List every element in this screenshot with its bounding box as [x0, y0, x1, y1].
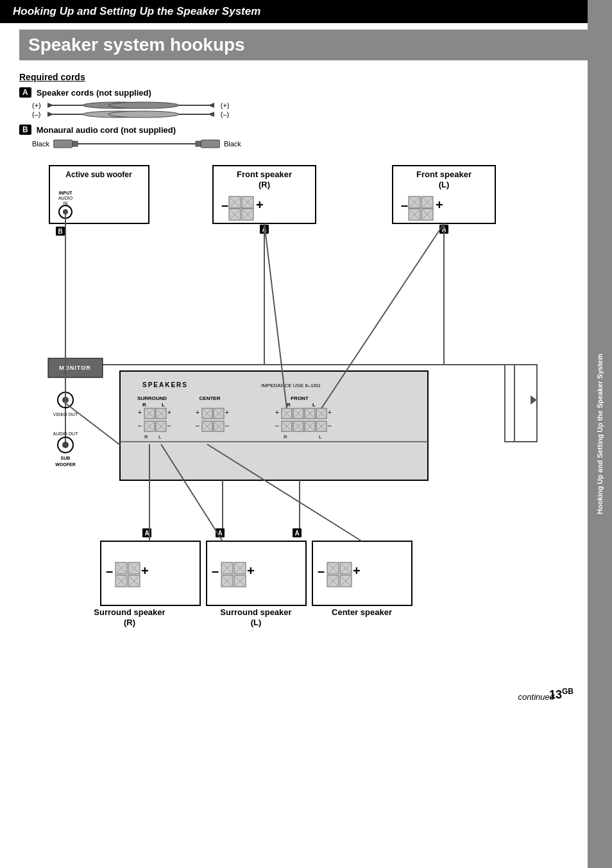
svg-marker-4: [208, 103, 214, 108]
continued-text: continued: [19, 692, 554, 702]
svg-marker-68: [531, 395, 537, 404]
cord-b-black-right: Black: [224, 140, 241, 148]
cord-a-minus-left: (–): [32, 110, 41, 118]
svg-text:(L): (L): [251, 618, 262, 627]
svg-text:+: +: [247, 564, 255, 578]
required-cords-label: Required cords: [19, 72, 85, 82]
svg-marker-3: [47, 103, 54, 108]
svg-text:–: –: [212, 564, 219, 578]
svg-text:SUB: SUB: [61, 456, 71, 460]
svg-rect-12: [72, 141, 78, 146]
cord-a-description: Speaker cords (not supplied): [37, 88, 151, 98]
svg-text:IN: IN: [64, 201, 68, 205]
cord-a-wire-svg: [47, 100, 214, 119]
svg-rect-14: [196, 141, 201, 146]
svg-text:–: –: [328, 422, 332, 429]
chapter-header: Hooking Up and Setting Up the Speaker Sy…: [0, 0, 612, 23]
cord-b-diagram: Black Black: [32, 137, 593, 150]
svg-point-77: [62, 442, 69, 448]
svg-text:SURROUND: SURROUND: [137, 395, 167, 401]
cord-b-label: B Monaural audio cord (not supplied): [19, 125, 593, 135]
svg-text:VIDEO OUT: VIDEO OUT: [53, 412, 78, 417]
cord-b-badge: B: [19, 125, 31, 135]
cord-a-plus-right: (+): [221, 101, 230, 109]
svg-point-7: [108, 111, 179, 117]
svg-text:AUDIO: AUDIO: [58, 196, 73, 200]
svg-text:WOOFER: WOOFER: [55, 462, 76, 467]
svg-text:AUDIO OUT: AUDIO OUT: [53, 431, 79, 436]
svg-text:+: +: [196, 409, 200, 416]
svg-text:Surround speaker: Surround speaker: [94, 607, 165, 617]
cord-b-description: Monaural audio cord (not supplied): [37, 125, 176, 135]
svg-text:–: –: [401, 198, 408, 212]
svg-text:L: L: [312, 402, 316, 408]
svg-text:–: –: [167, 422, 171, 429]
svg-marker-8: [47, 112, 54, 117]
svg-line-219: [65, 403, 120, 445]
svg-text:+: +: [141, 564, 149, 578]
cord-b-black-left: Black: [32, 140, 49, 148]
header-title: Hooking Up and Setting Up the Speaker Sy…: [13, 5, 260, 17]
cord-a-label: A Speaker cords (not supplied): [19, 87, 593, 98]
svg-text:+: +: [275, 409, 279, 416]
svg-text:+: +: [256, 198, 264, 212]
cord-a-minus-right: (–): [221, 110, 230, 118]
svg-marker-9: [208, 112, 214, 117]
page-number-value: 13: [549, 688, 562, 701]
cord-a-diagram: (+) (–): [32, 100, 593, 119]
svg-text:Surround speaker: Surround speaker: [220, 607, 291, 617]
wiring-diagram: Active sub woofer INPUT AUDIO IN B Front…: [30, 159, 582, 686]
svg-text:Center speaker: Center speaker: [332, 607, 392, 617]
svg-point-2: [108, 102, 179, 108]
svg-text:–: –: [275, 422, 279, 429]
svg-text:L: L: [319, 434, 322, 440]
cord-a-plus-left: (+): [32, 101, 41, 109]
svg-text:+: +: [436, 198, 443, 212]
cord-a-badge: A: [19, 87, 31, 98]
svg-text:A: A: [144, 530, 149, 537]
cord-b-wire-svg: [53, 137, 220, 150]
required-cords-section: Required cords A Speaker cords (not supp…: [19, 72, 593, 150]
svg-text:Front speaker: Front speaker: [237, 169, 292, 179]
svg-text:Front speaker: Front speaker: [416, 169, 472, 179]
svg-text:Active sub woofer: Active sub woofer: [65, 170, 132, 179]
svg-text:–: –: [196, 422, 200, 429]
svg-text:+: +: [353, 564, 361, 578]
svg-text:L: L: [158, 434, 162, 440]
svg-text:R: R: [284, 434, 287, 440]
svg-text:FRONT: FRONT: [291, 395, 309, 401]
svg-text:+: +: [167, 409, 171, 416]
svg-rect-11: [53, 140, 72, 148]
svg-text:–: –: [318, 564, 325, 578]
svg-text:–: –: [106, 564, 113, 578]
svg-text:L: L: [162, 402, 165, 408]
svg-text:INPUT: INPUT: [59, 191, 73, 195]
svg-text:A: A: [294, 530, 299, 537]
svg-text:R: R: [142, 402, 146, 408]
svg-text:R: R: [144, 434, 148, 440]
page-number: 13GB: [549, 687, 574, 702]
svg-text:+: +: [225, 409, 229, 416]
svg-rect-13: [201, 140, 220, 148]
svg-text:R: R: [287, 402, 291, 408]
page-suffix: GB: [562, 687, 574, 696]
svg-text:–: –: [138, 422, 142, 429]
svg-text:MONITOR: MONITOR: [59, 365, 90, 371]
svg-text:–: –: [221, 198, 228, 212]
svg-text:(R): (R): [259, 180, 270, 189]
svg-text:SPEAKERS: SPEAKERS: [142, 381, 188, 388]
main-content: Speaker system hookups Required cords A …: [0, 23, 612, 715]
required-cords-heading: Required cords: [19, 72, 593, 82]
svg-text:+: +: [138, 409, 142, 416]
svg-text:B: B: [58, 228, 62, 235]
svg-text:+: +: [328, 409, 332, 416]
svg-text:CENTER: CENTER: [200, 395, 221, 401]
svg-text:(L): (L): [439, 180, 450, 189]
svg-text:(R): (R): [124, 618, 135, 627]
page-title: Speaker system hookups: [19, 30, 593, 60]
page-title-text: Speaker system hookups: [28, 35, 245, 55]
svg-text:–: –: [225, 422, 229, 429]
svg-text:IMPEDANCE USE 8–16Ω: IMPEDANCE USE 8–16Ω: [261, 383, 320, 388]
